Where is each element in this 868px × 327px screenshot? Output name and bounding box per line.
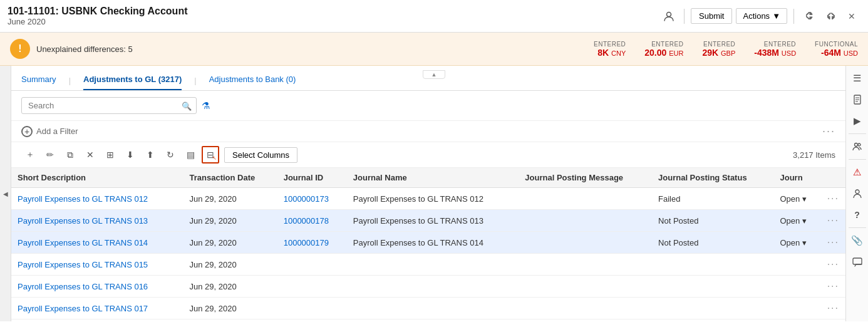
table-row[interactable]: Payroll Expenses to GL TRANS 016Jun 29, … <box>11 276 845 298</box>
sidebar-chat-icon[interactable] <box>847 252 867 272</box>
submit-button[interactable]: Submit <box>691 8 732 24</box>
sidebar-warning-icon[interactable]: ⚠ <box>847 162 867 182</box>
table-header-row: Short Description Transaction Date Journ… <box>11 168 845 188</box>
row-cell: Payroll Expenses to GL TRANS 013 <box>347 210 519 232</box>
nav-forward-icon[interactable]: ⮉ <box>822 8 839 25</box>
row-actions-cell[interactable]: ··· <box>821 254 845 276</box>
row-actions-menu[interactable]: ··· <box>827 237 839 247</box>
col-journ: Journ <box>774 168 821 188</box>
entered-value-cny: 8K CNY <box>594 48 626 58</box>
table-row[interactable]: Payroll Expenses to GL TRANS 013Jun 29, … <box>11 210 845 232</box>
row-cell: Open ▾ <box>774 210 821 232</box>
row-journal-id-link[interactable]: 1000000179 <box>284 238 329 247</box>
sidebar-group-icon[interactable] <box>847 137 867 157</box>
filter-row: + Add a Filter ··· <box>11 121 845 142</box>
refresh-button[interactable]: ↻ <box>162 146 179 164</box>
col-transaction-date: Transaction Date <box>183 168 277 188</box>
row-cell: Not Posted <box>652 210 773 232</box>
close-icon[interactable]: ✕ <box>843 8 860 25</box>
download-in-button[interactable]: ⬇ <box>121 146 139 164</box>
active-tool-button[interactable]: ⊟ ↖ <box>202 146 219 164</box>
table-row[interactable]: Payroll Expenses to GL TRANS 015Jun 29, … <box>11 254 845 276</box>
row-cell <box>652 276 773 298</box>
row-cell <box>774 298 821 319</box>
svg-point-5 <box>854 143 857 147</box>
row-actions-cell[interactable]: ··· <box>821 276 845 298</box>
row-description-link[interactable]: Payroll Expenses to GL TRANS 014 <box>18 238 148 247</box>
sidebar-list-icon[interactable]: ☰ <box>847 68 867 88</box>
row-journal-id-link[interactable]: 1000000173 <box>284 194 329 204</box>
row-cell <box>277 276 347 298</box>
row-journal-id-link[interactable]: 1000000178 <box>284 216 329 226</box>
table-row[interactable]: Payroll Expenses to GL TRANS 017Jun 29, … <box>11 298 845 319</box>
row-cell <box>519 254 652 276</box>
row-actions-cell[interactable]: ··· <box>821 232 845 254</box>
search-input[interactable] <box>21 97 197 114</box>
search-bar: 🔍 ⚗ <box>11 91 845 121</box>
item-count: 3,217 Items <box>793 150 835 160</box>
search-icon[interactable]: 🔍 <box>182 101 192 110</box>
row-cell <box>519 188 652 210</box>
row-description-link[interactable]: Payroll Expenses to GL TRANS 013 <box>18 216 148 226</box>
download-out-button[interactable]: ⬆ <box>142 146 159 164</box>
sidebar-play-icon[interactable]: ▶ <box>847 111 867 131</box>
row-cell: Jun 29, 2020 <box>183 276 277 298</box>
entered-item-usd: ENTERED -438M USD <box>754 41 796 58</box>
row-cell <box>519 276 652 298</box>
row-actions-cell[interactable]: ··· <box>821 188 845 210</box>
table-row[interactable]: Payroll Expenses to GL TRANS 012Jun 29, … <box>11 188 845 210</box>
sidebar-clip-icon[interactable]: 📎 <box>847 231 867 251</box>
row-cell <box>277 298 347 319</box>
tab-summary[interactable]: Summary <box>21 71 56 90</box>
plus-circle-icon: + <box>21 126 33 137</box>
row-description-link[interactable]: Payroll Expenses to GL TRANS 015 <box>18 260 148 269</box>
row-cell: Jun 29, 2020 <box>183 254 277 276</box>
row-actions-cell[interactable]: ··· <box>821 298 845 319</box>
row-description-link[interactable]: Payroll Expenses to GL TRANS 012 <box>18 194 148 204</box>
fields-button[interactable]: ⊞ <box>101 146 119 164</box>
actions-button[interactable]: Actions ▼ <box>736 8 787 24</box>
entered-item-gbp: ENTERED 29K GBP <box>702 41 735 58</box>
profile-icon[interactable] <box>660 8 678 25</box>
page-title: 101-11101: USBNK Checking Account <box>8 6 660 17</box>
row-description-link[interactable]: Payroll Expenses to GL TRANS 016 <box>18 282 148 291</box>
row-cell: Jun 29, 2020 <box>183 188 277 210</box>
edit-button[interactable]: ✏ <box>41 146 59 164</box>
copy-button[interactable]: ⧉ <box>61 146 79 164</box>
row-actions-menu[interactable]: ··· <box>827 281 839 291</box>
row-cell <box>774 254 821 276</box>
row-cell: Not Posted <box>652 232 773 254</box>
main-panel: Summary | Adjustments to GL (3217) | Adj… <box>11 66 845 321</box>
row-actions-cell[interactable]: ··· <box>821 210 845 232</box>
sidebar-question-icon[interactable]: ? <box>847 205 867 225</box>
sidebar-document-icon[interactable] <box>847 90 867 110</box>
col-journal-id: Journal ID <box>277 168 347 188</box>
table-row[interactable]: Payroll Expenses to GL TRANS 014Jun 29, … <box>11 232 845 254</box>
row-actions-menu[interactable]: ··· <box>827 215 839 226</box>
tab-divider1: | <box>69 76 71 85</box>
sidebar-divider3 <box>849 227 866 228</box>
entered-label-usd: ENTERED <box>754 41 796 48</box>
search-input-wrap: 🔍 <box>21 97 197 114</box>
col-short-description: Short Description <box>11 168 183 188</box>
filter-more-options[interactable]: ··· <box>822 125 835 138</box>
row-description-link[interactable]: Payroll Expenses to GL TRANS 017 <box>18 304 148 313</box>
collapse-toggle[interactable]: ▲ <box>423 70 445 79</box>
tab-adjustments-bank[interactable]: Adjustments to Bank (0) <box>209 71 296 90</box>
delete-button[interactable]: ✕ <box>81 146 99 164</box>
nav-back-icon[interactable]: ⮈ <box>800 8 818 25</box>
row-cell <box>347 276 519 298</box>
row-actions-menu[interactable]: ··· <box>827 259 839 269</box>
entered-label-gbp: ENTERED <box>702 41 735 48</box>
sidebar-person-icon[interactable] <box>847 184 867 204</box>
left-panel-toggle[interactable]: ◀ <box>0 66 11 321</box>
row-actions-menu[interactable]: ··· <box>827 303 839 313</box>
tab-adjustments-gl[interactable]: Adjustments to GL (3217) <box>83 71 182 90</box>
filter-icon[interactable]: ⚗ <box>202 100 210 112</box>
add-filter-button[interactable]: + Add a Filter <box>21 126 78 137</box>
select-columns-button[interactable]: Select Columns <box>224 147 297 163</box>
view-button[interactable]: ▤ <box>182 146 199 164</box>
row-actions-menu[interactable]: ··· <box>827 193 839 204</box>
row-cell: Open ▾ <box>774 232 821 254</box>
add-button[interactable]: ＋ <box>21 146 39 164</box>
